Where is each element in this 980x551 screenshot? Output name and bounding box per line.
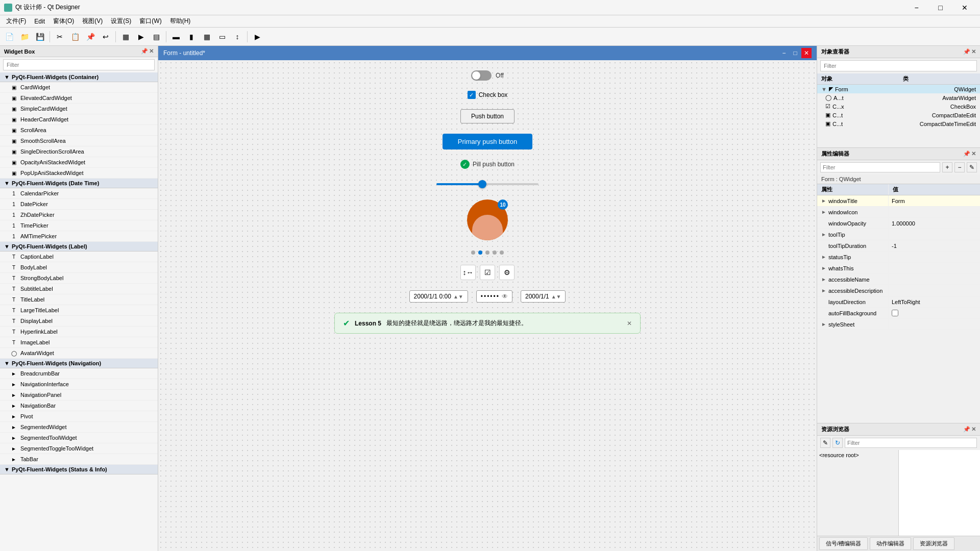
resource-root-label[interactable]: <resource root> — [819, 452, 859, 458]
prop-expand-accessibledesc[interactable]: ► — [821, 288, 826, 293]
open-button[interactable]: 📁 — [17, 30, 32, 44]
obj-tree-item-avatar[interactable]: ◯ A...t AvatarWidget — [817, 93, 980, 102]
dot-3[interactable] — [485, 251, 489, 255]
prop-expand-tooltip[interactable]: ► — [821, 232, 826, 237]
widget-item-subtitlelabel[interactable]: T SubtitleLabel — [0, 284, 158, 294]
date-arrow-2[interactable]: ▲▼ — [551, 294, 561, 299]
prop-expand-statustip[interactable]: ► — [821, 254, 826, 260]
prop-value-autofill[interactable] — [889, 308, 980, 318]
prop-expand-stylesheet[interactable]: ► — [821, 321, 826, 327]
widget-item-navbar[interactable]: ► NavigationBar — [0, 400, 158, 411]
dot-5[interactable] — [500, 251, 504, 255]
layout-h-button[interactable]: ▬ — [169, 30, 183, 44]
slider-thumb[interactable] — [478, 180, 486, 188]
widget-item-opacitystacked[interactable]: ▣ OpacityAniStackedWidget — [0, 157, 158, 168]
widget-item-tabbar[interactable]: ► TabBar — [0, 454, 158, 465]
form-restore-button[interactable]: □ — [790, 48, 800, 58]
form-close-button[interactable]: ✕ — [801, 48, 812, 58]
date-input-2[interactable]: 2000/1/1 ▲▼ — [521, 290, 566, 303]
adjust-size-button[interactable]: ↕ — [230, 30, 244, 44]
property-filter-input[interactable] — [820, 162, 940, 172]
bottom-tab-resource[interactable]: 资源浏览器 — [913, 537, 954, 550]
resource-browser-pin[interactable]: 📌 — [963, 426, 970, 433]
widget-item-zhdatepicker[interactable]: 1 ZhDatePicker — [0, 210, 158, 220]
resource-refresh-button[interactable]: ↻ — [832, 438, 843, 448]
password-input[interactable]: •••••• 👁 — [476, 290, 512, 303]
widget-item-timepicker[interactable]: 1 TimePicker — [0, 220, 158, 231]
password-eye-icon[interactable]: 👁 — [502, 293, 508, 300]
widget-item-avatarwidget[interactable]: ◯ AvatarWidget — [0, 348, 158, 359]
category-label[interactable]: ▼ PyQt-Fluent-Widgets (Label) — [0, 242, 158, 252]
icon-btn-settings[interactable]: ⚙ — [499, 265, 514, 280]
dot-4[interactable] — [493, 251, 497, 255]
widget-filter-input[interactable] — [3, 59, 155, 70]
form-canvas[interactable]: Off ✓ Check box Push button Primary push… — [158, 60, 817, 551]
obj-tree-item-dateedit[interactable]: ▣ C...t CompactDateEdit — [817, 111, 980, 119]
category-status[interactable]: ▼ PyQt-Fluent-Widgets (Status & Info) — [0, 465, 158, 474]
widget-item-datepicker[interactable]: 1 DatePicker — [0, 199, 158, 210]
resource-filter-input[interactable] — [845, 438, 977, 448]
resource-browser-close[interactable]: ✕ — [971, 426, 976, 433]
obj-tree-item-form[interactable]: ▼ ◤ Form QWidget — [817, 85, 980, 93]
close-button[interactable]: ✕ — [953, 0, 976, 15]
checkbox-box[interactable]: ✓ — [468, 91, 476, 99]
widget-item-calendarpicker[interactable]: 1 CalendarPicker — [0, 188, 158, 199]
prop-expand-accessiblename[interactable]: ► — [821, 277, 826, 282]
preview-button[interactable]: ▶ — [250, 30, 264, 44]
cut-button[interactable]: ✂ — [53, 30, 67, 44]
menu-file[interactable]: 文件(F) — [2, 16, 30, 27]
autofill-checkbox[interactable] — [892, 310, 898, 316]
layout-v-button[interactable]: ▮ — [184, 30, 199, 44]
prop-expand-windowicon[interactable]: ► — [821, 209, 826, 215]
menu-form[interactable]: 窗体(O) — [49, 16, 78, 27]
widget-item-popupstacked[interactable]: ▣ PopUpAniStackedWidget — [0, 168, 158, 179]
widget-item-hyperlinklabel[interactable]: T HyperlinkLabel — [0, 327, 158, 337]
widget-item-segmentedtoggle[interactable]: ► SegmentedToggleToolWidget — [0, 443, 158, 454]
widget-item-singledirscroll[interactable]: ▣ SingleDirectionScrollArea — [0, 146, 158, 157]
prop-expand-windowtitle[interactable]: ► — [821, 198, 826, 204]
widget-editor-button[interactable]: ▦ — [118, 30, 133, 44]
widget-item-bodylabel[interactable]: T BodyLabel — [0, 262, 158, 273]
widget-item-breadcrumb[interactable]: ► BreadcrumbBar — [0, 368, 158, 379]
layout-grid-button[interactable]: ▦ — [200, 30, 214, 44]
icon-btn-move[interactable]: ↕↔ — [460, 265, 476, 280]
widget-item-amtimepicker[interactable]: 1 AMTimePicker — [0, 231, 158, 242]
widget-box-pin[interactable]: 📌 — [141, 48, 148, 55]
widget-item-smoothscroll[interactable]: ▣ SmoothScrollArea — [0, 136, 158, 146]
widget-item-elevatedcard[interactable]: ▣ ElevatedCardWidget — [0, 93, 158, 104]
widget-item-largetitlelabel[interactable]: T LargeTitleLabel — [0, 305, 158, 316]
menu-help[interactable]: 帮助(H) — [166, 16, 195, 27]
widget-item-navinterface[interactable]: ► NavigationInterface — [0, 379, 158, 390]
widget-item-segmentedtool[interactable]: ► SegmentedToolWidget — [0, 433, 158, 443]
toggle-track[interactable] — [471, 70, 492, 81]
pill-button[interactable]: ✓ Pill push button — [460, 160, 514, 169]
property-editor-pin[interactable]: 📌 — [963, 151, 970, 157]
object-inspector-filter-input[interactable] — [820, 60, 977, 71]
widget-item-segmented[interactable]: ► SegmentedWidget — [0, 422, 158, 433]
paste-button[interactable]: 📌 — [83, 30, 97, 44]
object-inspector-close[interactable]: ✕ — [971, 48, 976, 55]
notification-close-button[interactable]: ✕ — [627, 320, 632, 327]
widget-item-captionlabel[interactable]: T CaptionLabel — [0, 252, 158, 262]
widget-item-titlelabel[interactable]: T TitleLabel — [0, 294, 158, 305]
resource-edit-button[interactable]: ✎ — [820, 438, 830, 448]
widget-item-strongbodylabel[interactable]: T StrongBodyLabel — [0, 273, 158, 284]
widget-item-cardwidget[interactable]: ▣ CardWidget — [0, 82, 158, 93]
object-inspector-pin[interactable]: 📌 — [963, 48, 970, 55]
menu-view[interactable]: 视图(V) — [78, 16, 107, 27]
dot-2[interactable] — [478, 251, 482, 255]
widget-item-pivot[interactable]: ► Pivot — [0, 411, 158, 422]
widget-item-imagelabel[interactable]: T ImageLabel — [0, 337, 158, 348]
widget-item-scrollarea[interactable]: ▣ ScrollArea — [0, 125, 158, 136]
category-container[interactable]: ▼ PyQt-Fluent-Widgets (Container) — [0, 72, 158, 82]
slider-widget[interactable] — [436, 179, 538, 189]
dot-1[interactable] — [471, 251, 475, 255]
property-add-button[interactable]: + — [942, 162, 952, 172]
break-layout-button[interactable]: ▭ — [215, 30, 229, 44]
menu-edit[interactable]: Edit — [30, 17, 49, 26]
maximize-button[interactable]: □ — [929, 0, 952, 15]
widget-box-close[interactable]: ✕ — [149, 48, 154, 55]
primary-push-button[interactable]: Primary push button — [443, 134, 532, 149]
property-edit-button[interactable]: ✎ — [967, 162, 977, 172]
widget-item-navpanel[interactable]: ► NavigationPanel — [0, 390, 158, 400]
